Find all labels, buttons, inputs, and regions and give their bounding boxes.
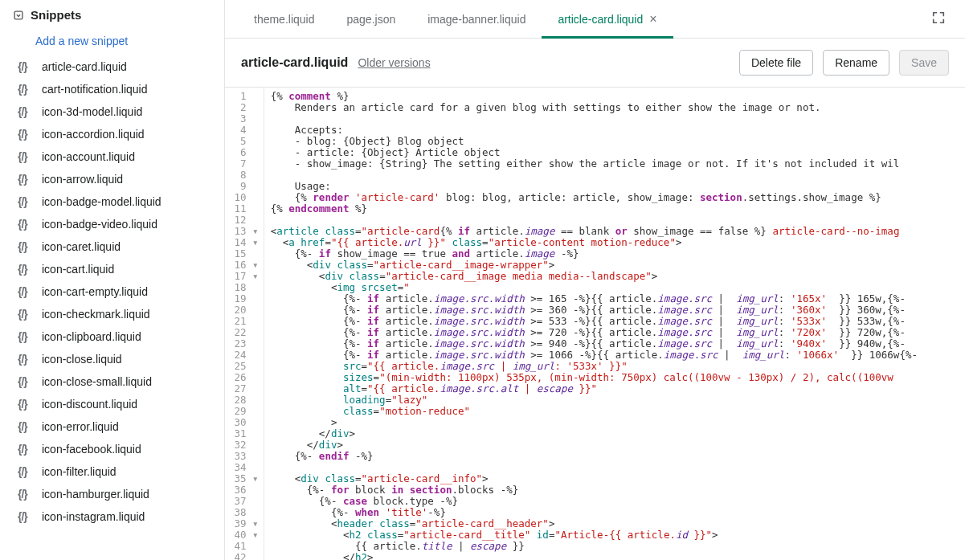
tab[interactable]: article-card.liquid× xyxy=(542,1,673,38)
tab[interactable]: page.json xyxy=(331,1,412,38)
code-line[interactable]: {%- if article.image.src.width >= 940 -%… xyxy=(271,338,965,349)
code-line[interactable]: {%- if article.image.src.width >= 165 -%… xyxy=(271,293,965,305)
code-line[interactable]: > xyxy=(271,417,965,428)
code-line[interactable]: alt="{{ article.image.src.alt | escape }… xyxy=(271,383,965,394)
code-line[interactable]: Accepts: xyxy=(271,125,965,136)
code-line[interactable]: loading="lazy" xyxy=(271,394,965,406)
code-line[interactable]: {% endcomment %} xyxy=(271,203,965,215)
code-file-icon: {/} xyxy=(18,240,35,253)
line-number: 25 xyxy=(228,361,259,372)
sidebar-file-item[interactable]: {/}icon-close-small.liquid xyxy=(0,370,224,393)
line-number: 12 xyxy=(228,215,259,226)
sidebar-file-item[interactable]: {/}icon-hamburger.liquid xyxy=(0,483,224,505)
save-button[interactable]: Save xyxy=(899,50,949,76)
code-line[interactable] xyxy=(271,215,965,226)
line-number: 32 xyxy=(228,439,259,451)
close-icon[interactable]: × xyxy=(649,12,656,27)
code-line[interactable]: - article: {Object} Article object xyxy=(271,147,965,158)
code-line[interactable]: </div> xyxy=(271,428,965,439)
code-line[interactable]: {%- if article.image.src.width >= 1066 -… xyxy=(271,349,965,361)
sidebar-file-item[interactable]: {/}icon-arrow.liquid xyxy=(0,168,224,190)
sidebar-file-item[interactable]: {/}icon-badge-model.liquid xyxy=(0,190,224,213)
add-snippet-link[interactable]: Add a new snippet xyxy=(0,30,224,55)
sidebar-file-item[interactable]: {/}cart-notification.liquid xyxy=(0,78,224,100)
code-line[interactable]: {%- if article.image.src.width >= 360 -%… xyxy=(271,305,965,316)
code-line[interactable] xyxy=(271,113,965,125)
code-line[interactable]: {%- if show_image == true and article.im… xyxy=(271,248,965,260)
code-line[interactable]: class="motion-reduce" xyxy=(271,406,965,417)
code-line[interactable]: Usage: xyxy=(271,181,965,192)
sidebar-file-item[interactable]: {/}icon-discount.liquid xyxy=(0,393,224,415)
code-line[interactable]: src="{{ article.image.src | img_url: '53… xyxy=(271,361,965,372)
line-number: 30 xyxy=(228,417,259,428)
expand-icon[interactable] xyxy=(925,4,952,34)
file-label: icon-facebook.liquid xyxy=(42,443,141,456)
line-number: 38 xyxy=(228,507,259,518)
line-number: 11 xyxy=(228,203,259,215)
code-line[interactable]: </h2> xyxy=(271,552,965,560)
code-line[interactable]: sizes="(min-width: 1100px) 535px, (min-w… xyxy=(271,372,965,383)
sidebar-file-item[interactable]: {/}article-card.liquid xyxy=(0,55,224,78)
code-line[interactable]: {%- when 'title'-%} xyxy=(271,507,965,518)
code-line[interactable]: <article class="article-card{% if articl… xyxy=(271,226,965,237)
line-number: 15 xyxy=(228,248,259,260)
sidebar-file-item[interactable]: {/}icon-close.liquid xyxy=(0,348,224,370)
main-panel: theme.liquidpage.jsonimage-banner.liquid… xyxy=(225,0,965,560)
code-line[interactable]: <a href="{{ article.url }}" class="artic… xyxy=(271,237,965,248)
file-label: icon-hamburger.liquid xyxy=(42,488,149,501)
code-line[interactable]: <div class="article-card__image-wrapper"… xyxy=(271,260,965,271)
rename-button[interactable]: Rename xyxy=(823,50,889,76)
code-file-icon: {/} xyxy=(18,420,35,433)
code-line[interactable]: <header class="article-card__header"> xyxy=(271,518,965,529)
code-line[interactable]: <img srcset=" xyxy=(271,282,965,293)
file-label: icon-cart.liquid xyxy=(42,263,114,276)
code-line[interactable]: - blog: {Object} Blog object xyxy=(271,136,965,147)
code-line[interactable]: </div> xyxy=(271,439,965,451)
code-line[interactable]: {%- for block in section.blocks -%} xyxy=(271,484,965,496)
sidebar-file-item[interactable]: {/}icon-error.liquid xyxy=(0,415,224,438)
sidebar-file-item[interactable]: {/}icon-3d-model.liquid xyxy=(0,100,224,123)
sidebar-file-item[interactable]: {/}icon-cart.liquid xyxy=(0,258,224,280)
code-line[interactable]: <div class="article-card__image media me… xyxy=(271,271,965,282)
code-line[interactable]: <div class="article-card__info"> xyxy=(271,473,965,484)
tab-label: image-banner.liquid xyxy=(427,13,525,26)
sidebar-file-item[interactable]: {/}icon-badge-video.liquid xyxy=(0,213,224,235)
tab[interactable]: theme.liquid xyxy=(238,1,331,38)
sidebar-file-item[interactable]: {/}icon-cart-empty.liquid xyxy=(0,280,224,303)
sidebar-file-item[interactable]: {/}icon-accordion.liquid xyxy=(0,123,224,145)
sidebar-file-item[interactable]: {/}icon-clipboard.liquid xyxy=(0,325,224,348)
sidebar-file-item[interactable]: {/}icon-caret.liquid xyxy=(0,235,224,258)
sidebar-file-item[interactable]: {/}icon-filter.liquid xyxy=(0,460,224,483)
code-line[interactable] xyxy=(271,170,965,181)
svg-rect-0 xyxy=(14,11,22,19)
line-number: 29 xyxy=(228,406,259,417)
code-line[interactable]: {%- if article.image.src.width >= 720 -%… xyxy=(271,327,965,338)
code-line[interactable] xyxy=(271,462,965,473)
code-line[interactable]: {%- endif -%} xyxy=(271,451,965,462)
sidebar-file-item[interactable]: {/}icon-facebook.liquid xyxy=(0,438,224,460)
code-line[interactable]: {{ article.title | escape }} xyxy=(271,541,965,552)
code-editor[interactable]: 1 2 3 4 5 6 7 8 9 10 11 12 13 ▾ 14 ▾ 15 … xyxy=(225,88,965,560)
code-line[interactable]: - show_image: {String} The setting eithe… xyxy=(271,158,965,170)
code-line[interactable]: {%- case block.type -%} xyxy=(271,496,965,507)
sidebar-file-item[interactable]: {/}icon-account.liquid xyxy=(0,145,224,168)
code-line[interactable]: {% comment %} xyxy=(271,91,965,102)
code-line[interactable]: Renders an article card for a given blog… xyxy=(271,102,965,113)
code-line[interactable]: {%- if article.image.src.width >= 533 -%… xyxy=(271,316,965,327)
sidebar-header[interactable]: Snippets xyxy=(0,0,224,30)
line-number: 27 xyxy=(228,383,259,394)
line-number: 1 xyxy=(228,91,259,102)
code-line[interactable]: {% render 'article-card' blog: blog, art… xyxy=(271,192,965,203)
code-area[interactable]: {% comment %} Renders an article card fo… xyxy=(264,88,965,560)
sidebar-file-item[interactable]: {/}icon-checkmark.liquid xyxy=(0,303,224,325)
line-number: 36 xyxy=(228,484,259,496)
older-versions-link[interactable]: Older versions xyxy=(358,56,430,69)
code-line[interactable]: <h2 class="article-card__title" id="Arti… xyxy=(271,529,965,541)
code-file-icon: {/} xyxy=(18,105,35,118)
delete-file-button[interactable]: Delete file xyxy=(739,50,813,76)
line-number: 5 xyxy=(228,136,259,147)
code-file-icon: {/} xyxy=(18,465,35,478)
tab[interactable]: image-banner.liquid xyxy=(411,1,542,38)
file-header: article-card.liquid Older versions Delet… xyxy=(225,39,965,88)
sidebar-file-item[interactable]: {/}icon-instagram.liquid xyxy=(0,505,224,528)
